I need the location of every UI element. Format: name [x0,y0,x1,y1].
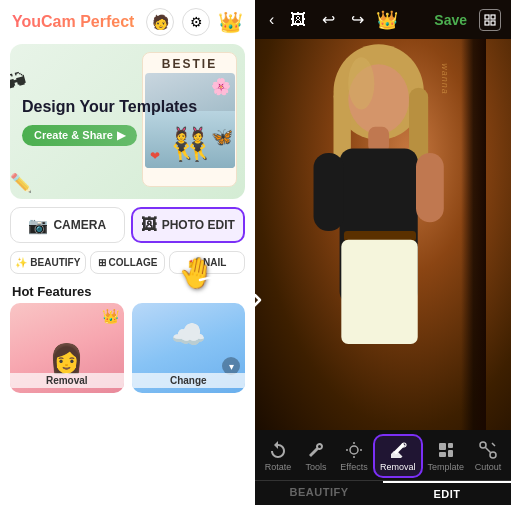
redo-button[interactable]: ↪ [347,8,368,31]
main-action-buttons: 📷 CAMERA 🖼 PHOTO EDIT [0,199,255,247]
hero-banner: 🕶 ✏️ Design Your Templates Create & Shar… [10,44,245,199]
create-share-label: Create & Share [34,129,113,141]
undo-button[interactable]: ↩ [318,8,339,31]
tab-edit[interactable]: EDIT [383,481,511,505]
collage-label: COLLAGE [109,257,158,268]
svg-rect-11 [416,153,444,222]
change-feature-card[interactable]: ☁️ ▾ Change [132,303,246,393]
tools-label: Tools [305,462,326,472]
cutout-label: Cutout [475,462,502,472]
cloud-icon: ☁️ [171,318,206,351]
template-tool[interactable]: Template [423,436,469,476]
svg-rect-23 [448,443,453,448]
svg-rect-21 [439,443,446,450]
pencils-decoration: ✏️ [10,172,32,194]
svg-rect-0 [485,15,489,19]
cutout-icon [478,440,498,460]
features-row: 👑 👩 Removal ☁️ ▾ Change [0,303,255,393]
tools-icon [306,440,326,460]
svg-point-26 [490,452,496,458]
top-bar-icons: 🧑 ⚙ 👑 [146,8,243,36]
rotate-tool[interactable]: Rotate [259,436,297,476]
svg-rect-3 [491,21,495,25]
flower-icon: 🌸 [211,77,231,96]
crown-badge-1: 👑 [102,308,119,324]
door-frame [461,39,486,430]
camera-icon: 📷 [28,216,48,235]
camera-button[interactable]: 📷 CAMERA [10,207,125,243]
camera-label: CAMERA [53,218,106,232]
svg-rect-2 [485,21,489,25]
effects-icon [344,440,364,460]
nail-label: NAIL [203,257,226,268]
nail-icon: 💅 [188,257,200,268]
arrow-icon: ▶ [117,129,125,142]
image-icon[interactable]: 🖼 [286,9,310,31]
beautify-button[interactable]: ✨ BEAUTIFY [10,251,86,274]
svg-point-25 [480,442,486,448]
create-share-button[interactable]: Create & Share ▶ [22,125,137,146]
save-button[interactable]: Save [434,12,467,28]
svg-rect-1 [491,15,495,19]
butterfly-icon: 🦋 [211,126,233,148]
bottom-toolbar: Rotate Tools Effects [255,430,511,505]
template-icon [436,440,456,460]
photo-edit-label: PHOTO EDIT [162,218,235,232]
effects-label: Effects [340,462,367,472]
tools-tool[interactable]: Tools [297,436,335,476]
photo-area: wanna [255,39,511,430]
back-button[interactable]: ‹ [265,9,278,31]
top-bar: YouCam Perfect 🧑 ⚙ 👑 [0,0,255,44]
svg-rect-22 [439,452,446,457]
svg-line-28 [492,443,495,446]
change-label: Change [132,373,246,388]
effects-tool[interactable]: Effects [335,436,373,476]
right-top-bar: ‹ 🖼 ↩ ↪ 👑 Save [255,0,511,39]
svg-rect-13 [341,240,417,344]
collage-icon: ⊞ [98,257,106,268]
left-panel: YouCam Perfect 🧑 ⚙ 👑 🕶 ✏️ Design Your Te… [0,0,255,505]
beautify-label: BEAUTIFY [30,257,80,268]
removal-tool[interactable]: Removal [373,434,423,478]
secondary-action-buttons: ✨ BEAUTIFY ⊞ COLLAGE 💅 NAIL [0,247,255,278]
person-icon-1: 👩 [49,342,84,375]
cutout-tool[interactable]: Cutout [469,436,507,476]
rotate-label: Rotate [265,462,292,472]
tool-row: Rotate Tools Effects [255,430,511,480]
bottom-tabs: BEAUTIFY EDIT [255,480,511,505]
removal-label: Removal [10,373,124,388]
crown-gold-icon[interactable]: 👑 [376,9,398,31]
wall-text: wanna [440,63,450,95]
removal-icon [388,440,408,460]
template-label: Template [428,462,465,472]
crown-icon[interactable]: 👑 [218,10,243,34]
photo-edit-icon: 🖼 [141,216,157,234]
avatar-icon[interactable]: 🧑 [146,8,174,36]
hero-text: Design Your Templates Create & Share ▶ [10,87,209,155]
rotate-icon [268,440,288,460]
app-logo: YouCam Perfect [12,13,134,31]
right-panel: ‹ 🖼 ↩ ↪ 👑 Save [255,0,511,505]
svg-point-14 [348,57,374,109]
hot-features-title: Hot Features [0,278,255,303]
nail-button[interactable]: 💅 NAIL [169,251,245,274]
svg-line-27 [486,448,491,453]
grid-view-icon[interactable] [479,9,501,31]
svg-rect-24 [448,450,453,457]
removal-feature-card[interactable]: 👑 👩 Removal [10,303,124,393]
svg-point-15 [350,446,358,454]
hero-title: Design Your Templates [22,97,197,116]
bestie-title: BESTIE [162,53,217,73]
photo-edit-button[interactable]: 🖼 PHOTO EDIT [131,207,246,243]
collage-button[interactable]: ⊞ COLLAGE [90,251,166,274]
svg-rect-10 [314,153,344,231]
removal-label: Removal [380,462,416,472]
settings-icon[interactable]: ⚙ [182,8,210,36]
tab-beautify[interactable]: BEAUTIFY [255,481,383,505]
beautify-icon: ✨ [15,257,27,268]
